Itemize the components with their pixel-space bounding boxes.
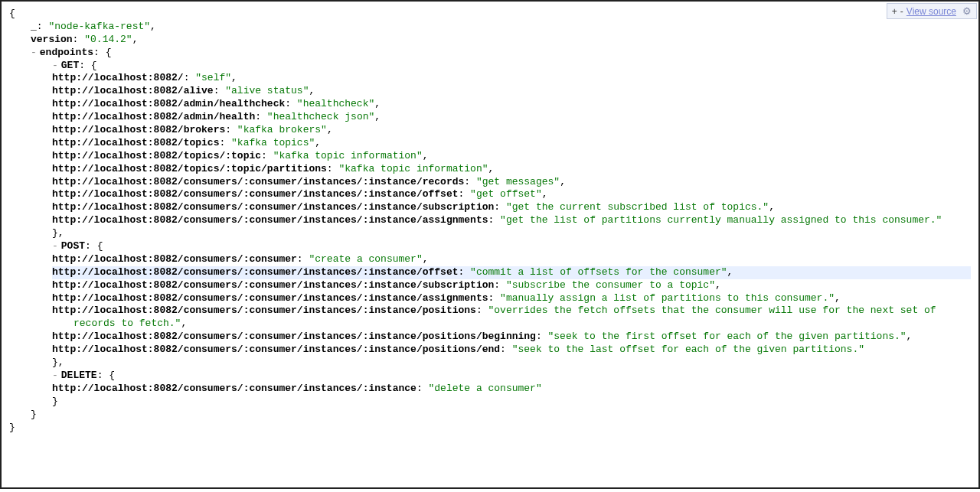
endpoint-value: "get messages" xyxy=(476,176,560,187)
endpoint-key: http://localhost:8082/consumers/:consume… xyxy=(52,176,464,187)
endpoint-key: http://localhost:8082/consumers/:consume… xyxy=(52,279,494,291)
collapse-all-button[interactable]: - xyxy=(900,6,903,17)
get-open: -GET: { xyxy=(9,60,971,73)
endpoint-row: http://localhost:8082/consumers/:consume… xyxy=(52,214,971,227)
endpoint-key: http://localhost:8082/consumers/:consume… xyxy=(52,331,536,342)
endpoint-row: http://localhost:8082/consumers/:consume… xyxy=(52,331,971,344)
endpoint-key: http://localhost:8082/consumers/:consume… xyxy=(52,201,494,213)
toggle-icon[interactable]: - xyxy=(52,240,61,252)
version-property: version: "0.14.2", xyxy=(9,34,971,47)
endpoint-row: http://localhost:8082/topics/:topic/part… xyxy=(52,163,971,176)
endpoint-row: http://localhost:8082/consumers/:consume… xyxy=(52,188,971,201)
endpoints-close: } xyxy=(9,409,971,422)
view-source-link[interactable]: View source xyxy=(906,6,956,17)
endpoint-key: http://localhost:8082/topics/:topic xyxy=(52,150,261,161)
name-property: _: "node-kafka-rest", xyxy=(9,21,971,34)
endpoint-key: http://localhost:8082/consumers/:consume… xyxy=(52,344,500,355)
endpoint-value: "delete a consumer" xyxy=(429,383,542,394)
endpoint-row: http://localhost:8082/brokers: "kafka br… xyxy=(52,124,971,137)
endpoint-value: "subscribe the consumer to a topic" xyxy=(506,279,715,291)
endpoint-key: http://localhost:8082/alive xyxy=(52,85,214,96)
endpoint-row: http://localhost:8082/consumers/:consume… xyxy=(52,253,971,266)
endpoint-key: http://localhost:8082/consumers/:consume… xyxy=(52,188,459,200)
endpoint-value: "alive status" xyxy=(225,85,309,96)
endpoints-open: -endpoints: { xyxy=(9,47,971,60)
delete-open: -DELETE: { xyxy=(9,370,971,383)
endpoint-row: http://localhost:8082/consumers/:consume… xyxy=(52,201,971,214)
endpoint-row: http://localhost:8082/topics: "kafka top… xyxy=(52,137,971,150)
endpoint-value: "kafka topic information" xyxy=(273,150,423,161)
endpoint-value: "manually assign a list of partitions to… xyxy=(500,292,835,304)
endpoint-key: http://localhost:8082/admin/healthcheck xyxy=(52,98,285,109)
endpoint-key: http://localhost:8082/consumers/:consume… xyxy=(52,292,488,304)
gear-icon[interactable]: ⚙ xyxy=(962,5,972,17)
endpoint-key: http://localhost:8082/consumers/:consume… xyxy=(52,214,488,226)
endpoint-key: http://localhost:8082/brokers xyxy=(52,124,225,135)
endpoint-value: "healthcheck json" xyxy=(267,111,374,122)
endpoint-value: "kafka topics" xyxy=(231,137,315,148)
endpoint-row: http://localhost:8082/consumers/:consume… xyxy=(52,176,971,189)
toggle-icon[interactable]: - xyxy=(31,47,40,58)
endpoint-row: http://localhost:8082/admin/health: "hea… xyxy=(52,111,971,124)
expand-all-button[interactable]: + xyxy=(892,6,897,17)
toggle-icon[interactable]: - xyxy=(52,370,61,381)
endpoint-value: "seek to the last offset for each of the… xyxy=(512,344,864,355)
endpoint-value: "healthcheck" xyxy=(297,98,374,109)
delete-close: } xyxy=(9,396,971,409)
endpoint-value: "commit a list of offsets for the consum… xyxy=(470,266,727,278)
endpoint-value: "kafka brokers" xyxy=(237,124,327,135)
endpoint-row: http://localhost:8082/consumers/:consume… xyxy=(52,279,971,292)
endpoint-key: http://localhost:8082/topics/:topic/part… xyxy=(52,163,327,174)
endpoint-value: "get the list of partitions currently ma… xyxy=(500,214,942,226)
endpoint-key: http://localhost:8082/admin/health xyxy=(52,111,255,122)
post-close: }, xyxy=(9,357,971,370)
endpoint-value: "kafka topic information" xyxy=(338,163,488,174)
endpoint-row: http://localhost:8082/consumers/:consume… xyxy=(52,344,971,357)
toggle-icon[interactable]: - xyxy=(52,60,61,71)
endpoint-value: "get the current subscribed list of topi… xyxy=(506,201,769,213)
endpoint-key: http://localhost:8082/ xyxy=(52,72,184,83)
endpoint-row: http://localhost:8082/alive: "alive stat… xyxy=(52,85,971,98)
endpoint-row: http://localhost:8082/consumers/:consume… xyxy=(52,266,971,279)
root-open-brace: { xyxy=(9,8,971,21)
endpoint-value: "get offset" xyxy=(470,188,542,200)
endpoint-row: http://localhost:8082/consumers/:consume… xyxy=(52,305,971,331)
endpoint-value: "seek to the first offset for each of th… xyxy=(548,331,906,342)
endpoint-key: http://localhost:8082/topics xyxy=(52,137,219,148)
endpoint-value: "self" xyxy=(195,72,231,83)
endpoint-key: http://localhost:8082/consumers/:consume… xyxy=(52,253,297,265)
endpoint-key: http://localhost:8082/consumers/:consume… xyxy=(52,383,416,394)
root-close-brace: } xyxy=(9,422,971,435)
get-close: }, xyxy=(9,227,971,240)
endpoint-value: "create a consumer" xyxy=(309,253,422,265)
json-tree: { _: "node-kafka-rest", version: "0.14.2… xyxy=(2,2,978,449)
endpoint-row: http://localhost:8082/topics/:topic: "ka… xyxy=(52,150,971,163)
post-open: -POST: { xyxy=(9,240,971,253)
endpoint-row: http://localhost:8082/: "self", xyxy=(52,72,971,85)
endpoint-key: http://localhost:8082/consumers/:consume… xyxy=(52,305,476,316)
endpoint-row: http://localhost:8082/consumers/:consume… xyxy=(52,292,971,305)
endpoint-row: http://localhost:8082/consumers/:consume… xyxy=(52,383,971,396)
endpoint-row: http://localhost:8082/admin/healthcheck:… xyxy=(52,98,971,111)
endpoint-key: http://localhost:8082/consumers/:consume… xyxy=(52,266,459,278)
json-viewer-toolbar: + - View source ⚙ xyxy=(887,3,977,19)
